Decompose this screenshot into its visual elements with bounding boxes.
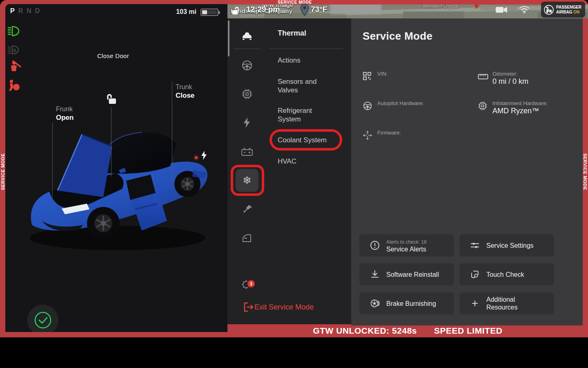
annotation-thermal-tab xyxy=(231,165,264,196)
odometer-label: Odometer: xyxy=(492,71,517,77)
firmware-label: Firmware: xyxy=(377,130,401,136)
airbag-state: ON xyxy=(573,10,579,14)
tab-vehicle-car-icon[interactable] xyxy=(241,30,253,42)
gear-indicator: PRND xyxy=(10,7,43,15)
vin-qr-icon xyxy=(363,72,372,81)
frunk-state[interactable]: Open xyxy=(56,114,74,122)
trunk-label: Trunk xyxy=(176,83,192,91)
camera-icon[interactable] xyxy=(495,6,508,13)
confirm-check-button[interactable] xyxy=(27,305,58,332)
trunk-callout-line xyxy=(172,82,172,181)
vehicle-render xyxy=(18,86,222,258)
gateway-status-bar: GTW UNLOCKED: 5248s SPEED LIMITED xyxy=(227,324,588,337)
tab-battery-12v-icon[interactable] xyxy=(241,146,253,158)
charge-port-indicator xyxy=(195,156,198,159)
odometer-ruler-icon xyxy=(478,72,488,81)
vin-label: VIN: xyxy=(377,71,388,77)
menu-item-actions[interactable]: Actions xyxy=(278,56,329,65)
tab-suspension-icon[interactable] xyxy=(241,203,253,215)
tab-high-voltage-icon[interactable] xyxy=(241,117,253,129)
service-alerts-button[interactable]: Alerts to check: 18 Service Alerts xyxy=(359,234,454,256)
svg-text:A: A xyxy=(13,48,16,53)
additional-resources-label: Additional Resources xyxy=(486,296,531,311)
infotainment-label: Infotainment Hardware: xyxy=(492,100,548,106)
door-open-warning: Close Door xyxy=(78,52,148,59)
menu-item-refrigerant-system[interactable]: Refrigerant System xyxy=(278,106,329,123)
touch-icon xyxy=(470,269,480,279)
service-menu-panel: ❄ Thermal Actions Sensors and Valves Ref… xyxy=(227,18,351,324)
download-icon xyxy=(370,269,380,279)
field-autopilot: Autopilot Hardware: xyxy=(363,100,461,118)
brake-burnishing-button[interactable]: Brake Burnishing xyxy=(359,292,454,314)
tab-closures-door-icon[interactable] xyxy=(241,232,253,244)
brake-burnishing-label: Brake Burnishing xyxy=(386,300,436,307)
airbag-off-icon xyxy=(543,4,554,15)
menu-item-sensors-valves[interactable]: Sensors and Valves xyxy=(278,77,329,94)
alerts-to-check: Alerts to check: 18 xyxy=(386,239,427,245)
auto-headlight-icon: A xyxy=(7,43,21,56)
service-alerts-indicator[interactable]: 3 xyxy=(241,279,257,292)
menu-section-title: Thermal xyxy=(278,29,306,38)
sliders-icon xyxy=(470,240,480,250)
airbag-line1: PASSENGER xyxy=(556,5,581,10)
brake-disc-icon xyxy=(370,298,380,308)
clock: 12:29 pm xyxy=(246,5,280,14)
field-infotainment: Infotainment Hardware: AMD Ryzen™ xyxy=(478,100,580,118)
touch-check-label: Touch Check xyxy=(486,271,524,278)
battery-range: 103 mi xyxy=(169,8,196,16)
field-odometer: Odometer: 0 mi / 0 km xyxy=(478,71,576,89)
gtw-unlocked-text: GTW UNLOCKED: 5248s xyxy=(313,326,417,336)
firmware-arrows-icon xyxy=(363,130,372,140)
lock-status-icon[interactable] xyxy=(231,5,240,16)
frunk-callout-line xyxy=(52,123,53,197)
airbag-line2: AIRBAG xyxy=(556,10,572,14)
tab-chip-icon[interactable] xyxy=(241,88,253,100)
service-detail-panel: Service Mode VIN: Odometer: 0 mi / 0 km xyxy=(351,18,583,325)
speed-limited-text: SPEED LIMITED xyxy=(434,326,503,336)
field-firmware: Firmware: xyxy=(363,130,461,148)
right-edge-service-mode-label: SERVICE MODE xyxy=(583,153,588,190)
app-launcher-bar: ‹ 66 › ♪ ••• ♪ i ‹ xyxy=(0,337,588,368)
seatbelt-warning-icon xyxy=(7,61,21,74)
software-reinstall-button[interactable]: Software Reinstall xyxy=(359,263,454,285)
tab-steering-icon[interactable] xyxy=(241,59,253,72)
field-vin: VIN: xyxy=(363,71,461,89)
weather-pin-icon[interactable] xyxy=(300,4,309,17)
menu-divider xyxy=(270,49,343,49)
frunk-label: Frunk xyxy=(56,105,73,113)
outside-temperature[interactable]: 73°F xyxy=(311,5,327,14)
left-edge-service-mode-label: SERVICE MODE xyxy=(0,153,5,190)
lock-callout-line xyxy=(111,107,111,177)
alert-circle-icon xyxy=(370,240,380,250)
passenger-airbag-badge: PASSENGER AIRBAG ON xyxy=(541,2,585,18)
plus-icon: + xyxy=(470,298,480,308)
trunk-state[interactable]: Close xyxy=(176,92,194,100)
gear-n: N xyxy=(27,7,31,14)
infotainment-chip-icon xyxy=(478,101,488,111)
gear-d: D xyxy=(35,7,40,14)
menu-scrollbar[interactable] xyxy=(228,20,229,56)
charge-bolt-icon xyxy=(200,150,208,160)
alert-count-badge: 3 xyxy=(247,279,256,288)
service-mode-top-banner: SERVICE MODE xyxy=(227,0,588,4)
touch-check-button[interactable]: Touch Check xyxy=(459,263,554,285)
service-settings-label: Service Settings xyxy=(486,242,534,249)
infotainment-value: AMD Ryzen™ xyxy=(492,107,539,115)
unlocked-padlock-icon[interactable] xyxy=(105,92,118,105)
gear-r: R xyxy=(18,7,23,14)
service-mode-banner-text: SERVICE MODE xyxy=(252,0,338,4)
low-beam-headlight-icon xyxy=(7,25,21,38)
gear-p: P xyxy=(10,7,15,14)
service-settings-button[interactable]: Service Settings xyxy=(459,234,554,256)
redacted-map-label xyxy=(331,4,381,13)
instrument-cluster: PRND 103 mi A xyxy=(5,4,227,332)
exit-service-mode[interactable]: Exit Service Mode xyxy=(243,301,314,313)
annotation-coolant-system xyxy=(270,129,342,150)
menu-item-hvac[interactable]: HVAC xyxy=(278,157,329,166)
panel-title: Service Mode xyxy=(363,30,432,43)
battery-gauge-icon xyxy=(200,9,218,16)
wifi-icon[interactable] xyxy=(519,5,530,13)
additional-resources-button[interactable]: + Additional Resources xyxy=(459,292,554,314)
autopilot-label: Autopilot Hardware: xyxy=(377,100,424,106)
service-alerts-label: Service Alerts xyxy=(386,246,426,253)
